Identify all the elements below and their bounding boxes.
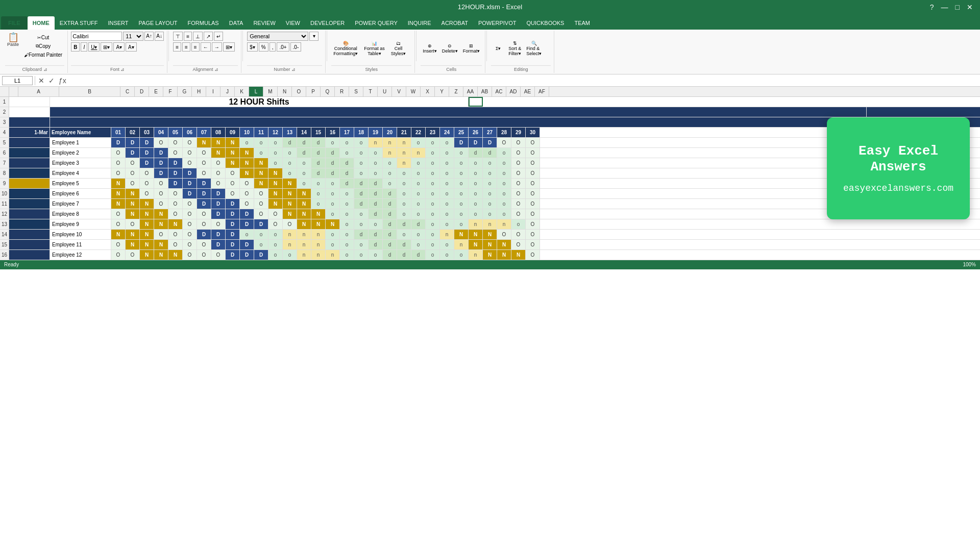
cell-AE4[interactable]: 29 xyxy=(511,128,526,137)
cell-shift-13-4[interactable]: N xyxy=(168,219,183,229)
cell-shift-7-14[interactable]: d xyxy=(311,158,326,168)
cell-shift-16-14[interactable]: n xyxy=(311,250,326,260)
align-center-button[interactable]: ≡ xyxy=(182,42,190,52)
cell-shift-8-3[interactable]: D xyxy=(154,168,168,178)
cell-E4[interactable]: 03 xyxy=(140,128,154,137)
cell-shift-6-9[interactable]: N xyxy=(240,148,254,158)
cell-shift-11-18[interactable]: d xyxy=(369,199,383,209)
cell-shift-6-5[interactable]: O xyxy=(183,148,197,158)
cell-shift-7-27[interactable]: o xyxy=(497,158,511,168)
row-header-4[interactable]: 4 xyxy=(0,128,9,137)
cell-Y4[interactable]: 23 xyxy=(426,128,440,137)
border-button[interactable]: ⊞▾ xyxy=(101,42,112,52)
cell-shift-12-29[interactable]: O xyxy=(526,209,540,219)
cell-shift-11-26[interactable]: o xyxy=(483,199,497,209)
cell-shift-9-23[interactable]: o xyxy=(440,179,454,188)
cell-shift-11-22[interactable]: o xyxy=(426,199,440,209)
cell-shift-15-10[interactable]: o xyxy=(254,240,268,249)
cell-shift-8-17[interactable]: o xyxy=(354,168,369,178)
cell-shift-13-9[interactable]: D xyxy=(240,219,254,229)
cell-shift-6-25[interactable]: d xyxy=(469,148,483,158)
font-name-input[interactable] xyxy=(71,32,122,41)
cell-shift-9-15[interactable]: o xyxy=(326,179,340,188)
cell-shift-16-9[interactable]: D xyxy=(240,250,254,260)
bold-button[interactable]: B xyxy=(71,42,80,52)
cell-shift-13-29[interactable]: O xyxy=(526,219,540,229)
cell-styles-button[interactable]: 🗂 CellStyles▾ xyxy=(389,40,408,57)
col-header-W[interactable]: W xyxy=(406,87,421,96)
cell-shift-11-19[interactable]: d xyxy=(383,199,397,209)
cell-shift-6-18[interactable]: o xyxy=(369,148,383,158)
cell-P4[interactable]: 14 xyxy=(297,128,311,137)
cell-shift-11-5[interactable]: O xyxy=(183,199,197,209)
paste-button[interactable]: 📋 Paste xyxy=(5,32,21,48)
col-header-I[interactable]: I xyxy=(206,87,220,96)
cell-shift-10-12[interactable]: N xyxy=(283,189,297,198)
find-select-button[interactable]: 🔍 Find &Select▾ xyxy=(524,40,544,57)
cell-G4[interactable]: 05 xyxy=(168,128,183,137)
cell-shift-16-19[interactable]: d xyxy=(383,250,397,260)
cell-shift-14-23[interactable]: n xyxy=(440,230,454,239)
cell-L4[interactable]: 10 xyxy=(240,128,254,137)
cell-shift-14-1[interactable]: N xyxy=(126,230,140,239)
cell-shift-16-26[interactable]: N xyxy=(483,250,497,260)
tab-page-layout[interactable]: PAGE LAYOUT xyxy=(134,16,183,30)
cell-shift-10-13[interactable]: N xyxy=(297,189,311,198)
cell-shift-12-15[interactable]: o xyxy=(326,209,340,219)
cell-shift-12-17[interactable]: o xyxy=(354,209,369,219)
cell-shift-16-2[interactable]: N xyxy=(140,250,154,260)
cell-AD4[interactable]: 28 xyxy=(497,128,511,137)
cell-shift-14-4[interactable]: O xyxy=(168,230,183,239)
col-header-B[interactable]: B xyxy=(59,87,120,96)
cell-shift-12-4[interactable]: O xyxy=(168,209,183,219)
cell-shift-10-18[interactable]: d xyxy=(369,189,383,198)
cell-shift-13-17[interactable]: o xyxy=(354,219,369,229)
cell-shift-13-5[interactable]: O xyxy=(183,219,197,229)
cell-shift-7-7[interactable]: O xyxy=(211,158,226,168)
tab-inquire[interactable]: INQUIRE xyxy=(403,16,436,30)
col-header-U[interactable]: U xyxy=(378,87,392,96)
row-header-8[interactable]: 8 xyxy=(0,168,9,178)
cell-shift-5-14[interactable]: d xyxy=(311,138,326,147)
cell-shift-15-6[interactable]: O xyxy=(197,240,211,249)
copy-button[interactable]: ⧉ Copy xyxy=(22,42,64,50)
cell-shift-13-15[interactable]: N xyxy=(326,219,340,229)
col-header-T[interactable]: T xyxy=(363,87,378,96)
cell-F4[interactable]: 04 xyxy=(154,128,168,137)
cell-shift-15-14[interactable]: n xyxy=(311,240,326,249)
cell-shift-13-13[interactable]: N xyxy=(297,219,311,229)
col-header-Q[interactable]: Q xyxy=(321,87,335,96)
cell-A11[interactable] xyxy=(9,199,50,209)
cell-shift-12-9[interactable]: D xyxy=(240,209,254,219)
cell-shift-8-15[interactable]: d xyxy=(326,168,340,178)
cell-shift-10-3[interactable]: O xyxy=(154,189,168,198)
cell-shift-8-10[interactable]: N xyxy=(254,168,268,178)
cell-B12[interactable]: Employee 8 xyxy=(50,209,111,219)
cell-shift-12-0[interactable]: O xyxy=(111,209,126,219)
cell-shift-11-13[interactable]: N xyxy=(297,199,311,209)
delete-button[interactable]: ⊖ Delete▾ xyxy=(440,42,460,55)
cell-shift-15-7[interactable]: D xyxy=(211,240,226,249)
cell-shift-13-12[interactable]: O xyxy=(283,219,297,229)
cell-shift-11-12[interactable]: N xyxy=(283,199,297,209)
cell-shift-6-24[interactable]: o xyxy=(454,148,469,158)
cell-shift-16-7[interactable]: O xyxy=(211,250,226,260)
cell-shift-6-11[interactable]: o xyxy=(268,148,283,158)
cell-shift-12-12[interactable]: N xyxy=(283,209,297,219)
cell-shift-5-4[interactable]: O xyxy=(168,138,183,147)
cell-shift-6-7[interactable]: N xyxy=(211,148,226,158)
cell-shift-6-16[interactable]: o xyxy=(340,148,354,158)
cell-shift-10-21[interactable]: o xyxy=(411,189,426,198)
cell-shift-6-21[interactable]: n xyxy=(411,148,426,158)
col-header-E[interactable]: E xyxy=(149,87,163,96)
cell-shift-8-24[interactable]: o xyxy=(454,168,469,178)
cell-shift-6-13[interactable]: d xyxy=(297,148,311,158)
cell-shift-10-11[interactable]: N xyxy=(268,189,283,198)
cell-shift-8-1[interactable]: O xyxy=(126,168,140,178)
cell-A14[interactable] xyxy=(9,230,50,239)
cell-B3[interactable] xyxy=(50,117,867,127)
cell-shift-6-12[interactable]: o xyxy=(283,148,297,158)
cell-shift-16-21[interactable]: d xyxy=(411,250,426,260)
orientation-button[interactable]: ↗ xyxy=(204,32,213,41)
cell-shift-13-20[interactable]: d xyxy=(397,219,411,229)
